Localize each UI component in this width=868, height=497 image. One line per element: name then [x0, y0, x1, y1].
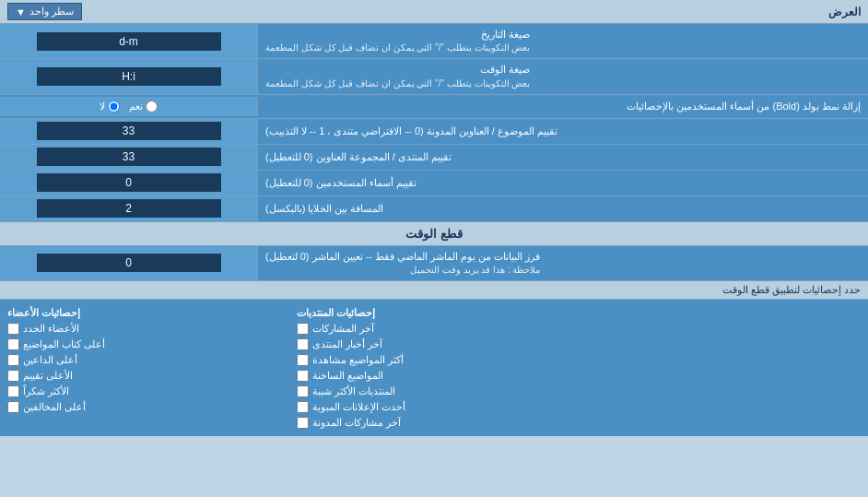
most-thanked-item: الأكثر شكراً — [7, 384, 282, 399]
most-similar-label: المنتديات الأكثر شيبة — [312, 385, 395, 397]
date-format-input[interactable] — [37, 32, 221, 51]
cell-spacing-row: المسافة بين الخلايا (بالبكسل) — [0, 196, 868, 222]
most-thanked-label: الأكثر شكراً — [23, 385, 69, 397]
top-inviters-label: أعلى الداعين — [23, 354, 77, 366]
cutoff-note: ملاحظة : هذا قد يزيد وقت التحميل — [265, 264, 540, 277]
date-format-row: صيغة التاريخ بعض التكوينات يتطلب "/" الت… — [0, 24, 868, 59]
cutoff-main-row: فرز البيانات من يوم الماشر الماضي فقط --… — [0, 246, 868, 281]
classified-ads-label: أحدث الإعلانات المبوبة — [312, 401, 405, 413]
forum-news-item: آخر أخبار المنتدى — [297, 337, 571, 352]
blog-posts-label: آخر مشاركات المدونة — [312, 417, 401, 429]
member-stats-header-item: إحصائيات الأعضاء — [7, 305, 282, 321]
display-dropdown[interactable]: سطر واحد ▼ — [7, 3, 82, 20]
page-title: العرض — [82, 6, 861, 18]
bold-remove-row: إزالة نمط بولد (Bold) من أسماء المستخدمي… — [0, 95, 868, 119]
time-format-label: صيغة الوقت بعض التكوينات يتطلب "/" التي … — [258, 59, 868, 93]
checkbox-col-forums: إحصائيات المنتديات آخر المشاركات آخر أخب… — [289, 303, 579, 432]
checkbox-col-empty — [579, 303, 868, 432]
most-similar-item: المنتديات الأكثر شيبة — [297, 384, 571, 399]
forum-order-input[interactable] — [37, 148, 221, 166]
top-violators-item: أعلى المخالفين — [7, 399, 282, 415]
bold-no-radio[interactable] — [108, 101, 120, 112]
bold-no-option: لا — [100, 101, 120, 112]
last-posts-item: آخر المشاركات — [297, 321, 571, 337]
last-posts-checkbox[interactable] — [297, 323, 309, 335]
hot-topics-item: المواضيع الساخنة — [297, 368, 571, 384]
bold-yes-option: نعم — [129, 101, 158, 112]
bold-no-label: لا — [100, 101, 105, 112]
time-format-sublabel: بعض التكوينات يتطلب "/" التي يمكن ان تضا… — [265, 77, 530, 90]
forum-stats-header: إحصائيات المنتديات — [297, 307, 375, 319]
header-row: العرض سطر واحد ▼ — [0, 0, 868, 24]
main-container: العرض سطر واحد ▼ صيغة التاريخ بعض التكوي… — [0, 0, 868, 436]
most-similar-checkbox[interactable] — [297, 385, 309, 397]
time-format-input[interactable] — [37, 67, 221, 86]
top-writers-label: أعلى كتاب المواضيع — [23, 338, 105, 350]
user-order-input-container — [0, 171, 258, 195]
date-format-input-container — [0, 24, 258, 58]
cell-spacing-label: المسافة بين الخلايا (بالبكسل) — [258, 196, 868, 221]
topic-order-row: تقييم الموضوع / العناوين المدونة (0 -- ا… — [0, 119, 868, 145]
forum-stats-header-item: إحصائيات المنتديات — [297, 305, 571, 321]
bold-remove-options: نعم لا — [0, 97, 258, 116]
limit-row: حدد إحصائيات لتطبيق قطع الوقت — [0, 281, 868, 300]
checkboxes-container: إحصائيات المنتديات آخر المشاركات آخر أخب… — [0, 300, 868, 436]
last-posts-label: آخر المشاركات — [312, 323, 374, 335]
time-format-input-container — [0, 59, 258, 93]
topic-order-input[interactable] — [37, 122, 221, 140]
cutoff-label: فرز البيانات من يوم الماشر الماضي فقط --… — [258, 246, 868, 280]
forum-order-input-container — [0, 145, 258, 170]
top-writers-item: أعلى كتاب المواضيع — [7, 337, 282, 352]
dropdown-arrow-icon: ▼ — [16, 6, 26, 18]
most-viewed-checkbox[interactable] — [297, 354, 309, 366]
bold-yes-label: نعم — [129, 101, 143, 112]
forum-news-checkbox[interactable] — [297, 338, 309, 350]
top-writers-checkbox[interactable] — [7, 338, 19, 350]
cell-spacing-input-container — [0, 196, 258, 221]
new-members-checkbox[interactable] — [7, 323, 19, 335]
cell-spacing-input[interactable] — [37, 199, 221, 218]
new-members-label: الأعضاء الجدد — [23, 323, 79, 335]
blog-posts-checkbox[interactable] — [297, 417, 309, 429]
hot-topics-label: المواضيع الساخنة — [312, 370, 383, 382]
cutoff-section-header: قطع الوقت — [0, 222, 868, 246]
cutoff-title: فرز البيانات من يوم الماشر الماضي فقط --… — [265, 250, 540, 264]
time-format-title: صيغة الوقت — [265, 63, 530, 77]
top-rated-item: الأعلى تقييم — [7, 368, 282, 384]
top-violators-checkbox[interactable] — [7, 401, 19, 413]
date-format-title: صيغة التاريخ — [265, 28, 530, 41]
user-order-label: تقييم أسماء المستخدمين (0 للتعطيل) — [258, 171, 868, 195]
most-viewed-item: أكثر المواضيع مشاهدة — [297, 352, 571, 368]
dropdown-label: سطر واحد — [29, 6, 74, 18]
cutoff-input[interactable] — [37, 254, 221, 272]
user-order-input[interactable] — [37, 173, 221, 192]
forum-news-label: آخر أخبار المنتدى — [312, 338, 382, 350]
time-format-row: صيغة الوقت بعض التكوينات يتطلب "/" التي … — [0, 59, 868, 94]
new-members-item: الأعضاء الجدد — [7, 321, 282, 337]
checkbox-col-members: إحصائيات الأعضاء الأعضاء الجدد أعلى كتاب… — [0, 303, 289, 432]
topic-order-input-container — [0, 119, 258, 144]
top-inviters-item: أعلى الداعين — [7, 352, 282, 368]
top-inviters-checkbox[interactable] — [7, 354, 19, 366]
bold-yes-radio[interactable] — [146, 101, 158, 112]
classified-ads-item: أحدث الإعلانات المبوبة — [297, 399, 571, 415]
member-stats-header: إحصائيات الأعضاء — [7, 307, 80, 319]
date-format-sublabel: بعض التكوينات يتطلب "/" التي يمكن ان تضا… — [265, 41, 530, 54]
top-rated-checkbox[interactable] — [7, 370, 19, 382]
hot-topics-checkbox[interactable] — [297, 370, 309, 382]
forum-order-row: تقييم المنتدى / المجموعة العناوين (0 للت… — [0, 145, 868, 171]
top-violators-label: أعلى المخالفين — [23, 401, 86, 413]
most-thanked-checkbox[interactable] — [7, 385, 19, 397]
forum-order-label: تقييم المنتدى / المجموعة العناوين (0 للت… — [258, 145, 868, 170]
classified-ads-checkbox[interactable] — [297, 401, 309, 413]
topic-order-label: تقييم الموضوع / العناوين المدونة (0 -- ا… — [258, 119, 868, 144]
blog-posts-item: آخر مشاركات المدونة — [297, 415, 571, 431]
user-order-row: تقييم أسماء المستخدمين (0 للتعطيل) — [0, 171, 868, 196]
cutoff-input-container — [0, 246, 258, 280]
date-format-label: صيغة التاريخ بعض التكوينات يتطلب "/" الت… — [258, 24, 868, 58]
top-rated-label: الأعلى تقييم — [23, 370, 73, 382]
most-viewed-label: أكثر المواضيع مشاهدة — [312, 354, 404, 366]
bold-remove-label: إزالة نمط بولد (Bold) من أسماء المستخدمي… — [258, 97, 868, 116]
